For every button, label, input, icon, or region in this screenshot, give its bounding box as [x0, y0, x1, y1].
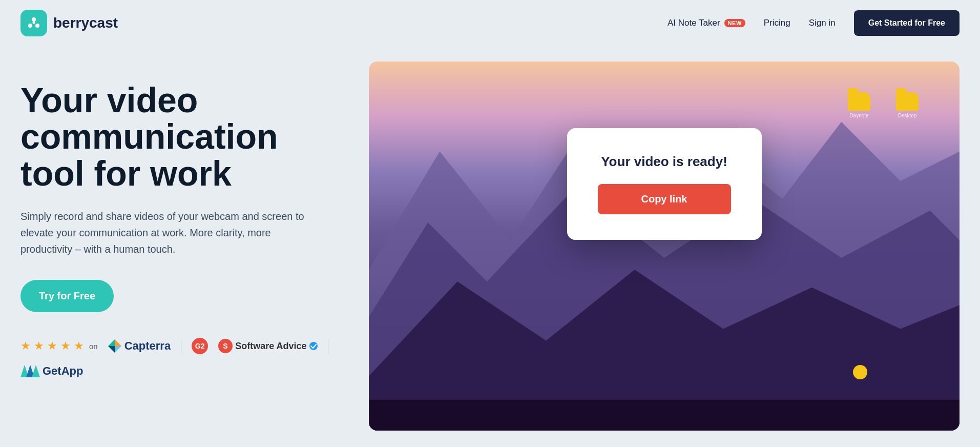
main-content: Your video communication tool for work S…: [0, 46, 980, 447]
hero-title: Your video communication tool for work: [20, 82, 348, 192]
folder-icons: Daynote Desktop: [848, 92, 919, 118]
getapp-icon: [20, 365, 40, 377]
svg-point-1: [28, 24, 32, 28]
divider-1: [181, 338, 181, 354]
software-advice-logo: S Software Advice: [218, 339, 317, 353]
software-advice-icon: S: [218, 339, 233, 353]
screenshot-bg: Daynote Desktop Your video is ready! Cop…: [369, 62, 960, 431]
stars-area: ★ ★ ★ ★ ★ on: [20, 339, 98, 353]
star-half: ★: [74, 339, 84, 353]
star-4: ★: [60, 339, 71, 353]
main-nav: AI Note Taker NEW Pricing Sign in Get St…: [668, 10, 960, 36]
popup-title: Your video is ready!: [598, 154, 731, 170]
star-2: ★: [34, 339, 44, 353]
g2-icon: G2: [192, 338, 208, 354]
svg-marker-6: [115, 346, 121, 353]
folder-desktop: Desktop: [896, 92, 919, 118]
video-ready-popup: Your video is ready! Copy link: [567, 128, 762, 240]
capterra-icon: [108, 339, 121, 353]
get-started-button[interactable]: Get Started for Free: [854, 10, 960, 36]
svg-point-3: [33, 22, 35, 24]
hero-left: Your video communication tool for work S…: [20, 62, 348, 378]
getapp-text: GetApp: [43, 364, 83, 378]
new-badge: NEW: [724, 19, 745, 27]
svg-marker-13: [32, 365, 40, 377]
folder-shape-1: [848, 92, 870, 111]
nav-item-ai-note-taker[interactable]: AI Note Taker NEW: [668, 18, 745, 28]
capterra-text: Capterra: [124, 339, 171, 353]
svg-text:S: S: [223, 342, 228, 350]
on-label: on: [89, 342, 98, 351]
copy-link-button[interactable]: Copy link: [598, 184, 731, 214]
folder-daynote: Daynote: [848, 92, 870, 118]
svg-marker-7: [108, 346, 115, 353]
logo-text: berrycast: [53, 15, 118, 31]
svg-marker-5: [115, 339, 121, 346]
try-for-free-button[interactable]: Try for Free: [20, 280, 114, 312]
berrycast-icon: [26, 15, 41, 31]
nav-item-signin[interactable]: Sign in: [809, 18, 836, 28]
svg-point-0: [32, 17, 36, 22]
divider-2: [328, 338, 328, 354]
header: berrycast AI Note Taker NEW Pricing Sign…: [0, 0, 980, 46]
hero-right: Daynote Desktop Your video is ready! Cop…: [369, 62, 960, 431]
star-1: ★: [20, 339, 31, 353]
nav-item-pricing[interactable]: Pricing: [764, 18, 790, 28]
svg-rect-17: [369, 400, 960, 431]
folder-shape-2: [896, 92, 919, 111]
hero-subtitle: Simply record and share videos of your w…: [20, 208, 307, 257]
svg-marker-4: [108, 339, 115, 346]
capterra-logo: Capterra: [108, 339, 171, 353]
folder-label-2: Desktop: [898, 113, 917, 118]
logo-icon: [20, 10, 47, 36]
software-advice-checkmark: [309, 342, 318, 350]
svg-point-2: [35, 24, 39, 28]
yellow-dot: [853, 365, 867, 379]
logo-area[interactable]: berrycast: [20, 10, 118, 36]
ratings-row: ★ ★ ★ ★ ★ on Capterra G2: [20, 338, 348, 378]
getapp-logo: GetApp: [20, 364, 83, 378]
star-3: ★: [47, 339, 57, 353]
folder-label-1: Daynote: [849, 113, 868, 118]
software-advice-text: Software Advice: [235, 341, 306, 352]
